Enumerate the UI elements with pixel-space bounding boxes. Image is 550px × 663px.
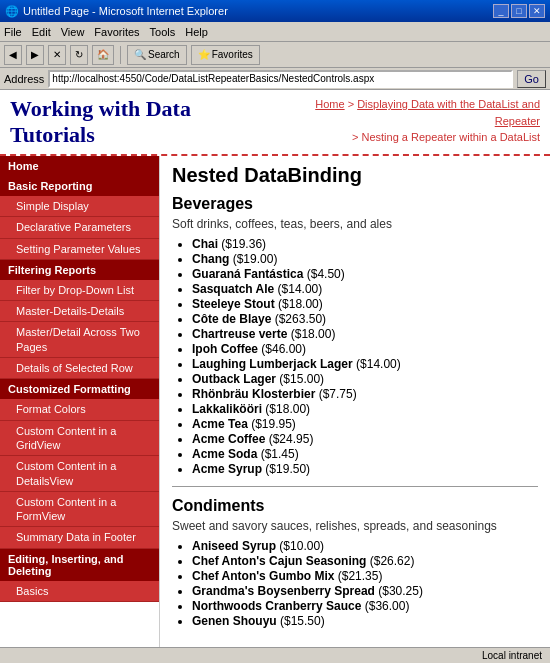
sidebar-section-customized-formatting: Customized Formatting [0,379,159,399]
stop-button[interactable]: ✕ [48,45,66,65]
home-button[interactable]: 🏠 [92,45,114,65]
status-zone: Local intranet [482,650,546,661]
page-header: Working with Data Tutorials Home > Displ… [0,90,550,156]
list-item: Outback Lager ($15.00) [192,372,538,386]
category-title: Condiments [172,497,538,515]
list-item: Laughing Lumberjack Lager ($14.00) [192,357,538,371]
list-item: Rhönbräu Klosterbier ($7.75) [192,387,538,401]
sidebar-item-format-colors[interactable]: Format Colors [0,399,159,420]
list-item: Northwoods Cranberry Sauce ($36.00) [192,599,538,613]
site-title: Working with Data Tutorials [10,96,274,148]
address-bar: Address Go [0,68,550,90]
list-item: Aniseed Syrup ($10.00) [192,539,538,553]
sidebar-item-setting-parameter-values[interactable]: Setting Parameter Values [0,239,159,260]
sidebar-item-custom-content-in-a-detailsview[interactable]: Custom Content in a DetailsView [0,456,159,492]
sidebar-item-custom-content-in-a-gridview[interactable]: Custom Content in a GridView [0,421,159,457]
list-item: Chai ($19.36) [192,237,538,251]
list-item: Lakkalikööri ($18.00) [192,402,538,416]
menu-file[interactable]: File [4,26,22,38]
breadcrumb-home[interactable]: Home [315,98,344,110]
toolbar-separator [120,46,121,64]
list-item: Côte de Blaye ($263.50) [192,312,538,326]
sidebar-section-basic-reporting: Basic Reporting [0,176,159,196]
sidebar-item-master-details-details[interactable]: Master-Details-Details [0,301,159,322]
product-list: Chai ($19.36)Chang ($19.00)Guaraná Fantá… [192,237,538,476]
title-bar: 🌐 Untitled Page - Microsoft Internet Exp… [0,0,550,22]
sidebar-item-summary-data-in-footer[interactable]: Summary Data in Footer [0,527,159,548]
address-input[interactable] [48,70,513,88]
sidebar-section-editing,-inserting,-and-deleting: Editing, Inserting, and Deleting [0,549,159,581]
menu-tools[interactable]: Tools [150,26,176,38]
list-item: Acme Tea ($19.95) [192,417,538,431]
sidebar-item-master/detail-across-two-pages[interactable]: Master/Detail Across Two Pages [0,322,159,358]
category-description: Sweet and savory sauces, relishes, sprea… [172,519,538,533]
main-content: Nested DataBinding BeveragesSoft drinks,… [160,156,550,647]
close-button[interactable]: ✕ [529,4,545,18]
list-item: Chef Anton's Gumbo Mix ($21.35) [192,569,538,583]
list-item: Chang ($19.00) [192,252,538,266]
list-item: Acme Syrup ($19.50) [192,462,538,476]
sidebar-item-simple-display[interactable]: Simple Display [0,196,159,217]
sidebar-item-declarative-parameters[interactable]: Declarative Parameters [0,217,159,238]
sidebar-item-details-of-selected-row[interactable]: Details of Selected Row [0,358,159,379]
sidebar: HomeBasic ReportingSimple DisplayDeclara… [0,156,160,647]
list-item: Sasquatch Ale ($14.00) [192,282,538,296]
forward-button[interactable]: ▶ [26,45,44,65]
sidebar-home[interactable]: Home [0,156,159,176]
minimize-button[interactable]: _ [493,4,509,18]
window-title: Untitled Page - Microsoft Internet Explo… [23,5,228,17]
breadcrumb: Home > Displaying Data with the DataList… [274,96,540,146]
list-item: Grandma's Boysenberry Spread ($30.25) [192,584,538,598]
sidebar-item-custom-content-in-a-formview[interactable]: Custom Content in a FormView [0,492,159,528]
menu-help[interactable]: Help [185,26,208,38]
sidebar-item-filter-by-drop-down-list[interactable]: Filter by Drop-Down List [0,280,159,301]
back-button[interactable]: ◀ [4,45,22,65]
sidebar-section-filtering-reports: Filtering Reports [0,260,159,280]
list-item: Chef Anton's Cajun Seasoning ($26.62) [192,554,538,568]
product-list: Aniseed Syrup ($10.00)Chef Anton's Cajun… [192,539,538,628]
toolbar: ◀ ▶ ✕ ↻ 🏠 🔍 Search ⭐ Favorites [0,42,550,68]
maximize-button[interactable]: □ [511,4,527,18]
breadcrumb-part1[interactable]: Displaying Data with the DataList and Re… [357,98,540,127]
list-item: Acme Coffee ($24.95) [192,432,538,446]
menu-view[interactable]: View [61,26,85,38]
content-title: Nested DataBinding [172,164,538,187]
list-item: Chartreuse verte ($18.00) [192,327,538,341]
list-item: Ipoh Coffee ($46.00) [192,342,538,356]
list-item: Guaraná Fantástica ($4.50) [192,267,538,281]
search-button[interactable]: 🔍 Search [127,45,187,65]
menu-bar: File Edit View Favorites Tools Help [0,22,550,42]
breadcrumb-part2: Nesting a Repeater within a DataList [361,131,540,143]
category-description: Soft drinks, coffees, teas, beers, and a… [172,217,538,231]
browser-icon: 🌐 [5,5,19,18]
favorites-button[interactable]: ⭐ Favorites [191,45,260,65]
menu-favorites[interactable]: Favorites [94,26,139,38]
status-bar: Local intranet [0,647,550,663]
address-label: Address [4,73,44,85]
sidebar-item-basics[interactable]: Basics [0,581,159,602]
list-item: Genen Shouyu ($15.50) [192,614,538,628]
refresh-button[interactable]: ↻ [70,45,88,65]
menu-edit[interactable]: Edit [32,26,51,38]
category-title: Beverages [172,195,538,213]
list-item: Acme Soda ($1.45) [192,447,538,461]
go-button[interactable]: Go [517,70,546,88]
list-item: Steeleye Stout ($18.00) [192,297,538,311]
section-separator [172,486,538,487]
